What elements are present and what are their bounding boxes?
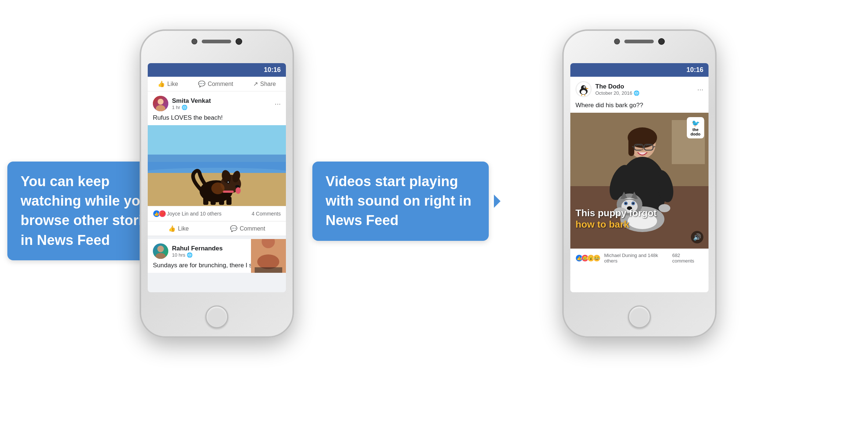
- heart-reaction-icon: ❤️: [159, 210, 166, 217]
- post-2-card: Rahul Fernandes 10 hrs 🌐 ··· Sundays are…: [148, 239, 286, 273]
- globe-icon-2: 🌐: [634, 90, 639, 96]
- phone-2-screen-inner: 10:16: [570, 63, 709, 292]
- share-icon: ↗: [253, 80, 258, 87]
- svg-rect-10: [211, 197, 216, 205]
- phone-2-speaker: [624, 40, 654, 43]
- top-comment-label: Comment: [208, 81, 233, 87]
- dodo-avatar-svg: [576, 82, 591, 97]
- post-1-comments-count: 4 Comments: [252, 211, 281, 217]
- video-comments-count: 682 comments: [672, 253, 703, 264]
- bubble-right-text: Videos start playing with sound on right…: [326, 174, 471, 228]
- phone-1-home-button[interactable]: [205, 305, 228, 328]
- scene: You can keep watching while you browse o…: [0, 0, 868, 438]
- phone-1: 10:16 👍 Like 💬 Comment ↗: [140, 29, 294, 338]
- phone-2-top: [564, 38, 715, 45]
- thumb-up-icon: 👍: [158, 80, 165, 87]
- post-1-reaction-row: 👍 ❤️ Joyce Lin and 10 others: [153, 210, 222, 217]
- phone-1-speaker: [202, 40, 231, 43]
- phone-1-front-camera: [191, 39, 197, 44]
- svg-point-21: [211, 182, 225, 194]
- post-1-reactions-bar: 👍 ❤️ Joyce Lin and 10 others 4 Comments: [148, 206, 286, 221]
- post-1-text: Rufus LOVES the beach!: [148, 114, 286, 125]
- dodo-post-date: October 20, 2016 🌐: [595, 90, 693, 96]
- phone-1-screen: 10:16 👍 Like 💬 Comment ↗: [148, 63, 286, 292]
- svg-point-1: [158, 99, 164, 105]
- dodo-more-btn[interactable]: ···: [697, 85, 703, 94]
- rahul-avatar: [153, 243, 168, 259]
- phone-2-time: 10:16: [686, 66, 703, 74]
- beach-scene-svg: [148, 125, 286, 206]
- video-reaction-icons: 👍 😢 😮 😂: [575, 254, 599, 262]
- svg-point-34: [585, 87, 586, 88]
- dog-beach-image: [148, 125, 286, 206]
- svg-point-48: [641, 148, 644, 151]
- post-1-action-bar: 👍 Like 💬 Comment: [148, 221, 286, 236]
- like-label: Like: [178, 225, 189, 232]
- post-1-comment-btn[interactable]: 💬 Comment: [230, 225, 265, 232]
- phone-1-fb-header: 10:16: [148, 63, 286, 77]
- post-1-reactions-text: Joyce Lin and 10 others: [167, 211, 222, 217]
- like-icon: 👍: [168, 225, 176, 232]
- phone-1-top-actions: 👍 Like 💬 Comment ↗ Share: [148, 77, 286, 91]
- phone-1-top: [141, 38, 293, 45]
- mini-video-thumbnail: [251, 239, 286, 273]
- phone-2-shell: 10:16: [562, 29, 717, 338]
- dodo-watermark: 🐦 thedodo: [687, 117, 704, 138]
- svg-point-62: [632, 203, 634, 204]
- dodo-post-header: The Dodo October 20, 2016 🌐 ···: [570, 77, 709, 102]
- svg-rect-20: [223, 191, 234, 193]
- video-reaction-row: 👍 😢 😮 😂 Michael Duning and 148k others: [575, 253, 672, 264]
- phone-2-screen: 10:16: [570, 63, 709, 292]
- post-2-globe-icon: 🌐: [187, 252, 193, 258]
- video-title-highlight-container: how to bark: [575, 219, 703, 230]
- svg-point-23: [157, 246, 164, 252]
- post-1-time: 1 hr 🌐: [172, 105, 271, 110]
- rahul-avatar-img: [153, 243, 168, 259]
- top-share-btn[interactable]: ↗ Share: [253, 80, 276, 87]
- smita-avatar: [153, 96, 168, 111]
- top-like-label: Like: [167, 81, 178, 87]
- video-title-text-1: This puppy forgot: [575, 207, 657, 218]
- bubble-left-text: You can keep watching while you browse o…: [21, 174, 158, 248]
- dodo-caption: Where did his bark go??: [570, 102, 709, 113]
- post-1-more-btn[interactable]: ···: [275, 99, 281, 108]
- svg-point-17: [228, 182, 229, 183]
- svg-point-27: [257, 254, 279, 269]
- top-share-label: Share: [260, 81, 276, 87]
- video-title-main: This puppy forgot: [575, 207, 703, 219]
- dodo-meta: The Dodo October 20, 2016 🌐: [595, 83, 693, 96]
- video-title-text-2: how to bark: [575, 219, 629, 230]
- phone-1-time: 10:16: [264, 66, 281, 74]
- comment-icon: 💬: [198, 80, 205, 87]
- post-1-globe-icon: 🌐: [182, 105, 187, 110]
- video-haha-icon: 😂: [593, 254, 600, 262]
- post-1-author: Smita Venkat: [172, 97, 271, 105]
- mini-video-content: [251, 239, 286, 273]
- comment-icon-2: 💬: [230, 225, 237, 232]
- top-comment-btn[interactable]: 💬 Comment: [198, 80, 233, 87]
- sound-icon[interactable]: 🔊: [691, 231, 703, 243]
- phone-2-fb-header: 10:16: [570, 63, 709, 77]
- post-1-like-btn[interactable]: 👍 Like: [168, 225, 189, 232]
- phone-2-front-camera: [614, 39, 620, 44]
- video-title-overlay: This puppy forgot how to bark: [575, 207, 703, 230]
- phone-1-shell: 10:16 👍 Like 💬 Comment ↗: [140, 29, 294, 338]
- phone-1-camera-main: [236, 38, 242, 45]
- phone-2-home-button[interactable]: [628, 305, 651, 328]
- dodo-watermark-bird-icon: 🐦: [692, 119, 700, 127]
- post-1-card: Smita Venkat 1 hr 🌐 ··· Rufus LOVES the …: [148, 91, 286, 236]
- post-2-container: Rahul Fernandes 10 hrs 🌐 ··· Sundays are…: [148, 239, 286, 276]
- svg-rect-9: [203, 197, 208, 205]
- svg-point-19: [236, 187, 241, 194]
- post-1-meta: Smita Venkat 1 hr 🌐: [172, 97, 271, 110]
- svg-rect-12: [226, 197, 232, 205]
- phone-2-camera-main: [658, 38, 665, 45]
- comment-label: Comment: [240, 225, 265, 232]
- dodo-watermark-label: thedodo: [691, 127, 700, 136]
- phone-1-screen-inner: 10:16 👍 Like 💬 Comment ↗: [148, 63, 286, 292]
- video-reactions-text: Michael Duning and 148k others: [604, 253, 672, 264]
- top-like-btn[interactable]: 👍 Like: [158, 80, 178, 87]
- dodo-video-area[interactable]: 🐦 thedodo This puppy forgot how to bark: [570, 113, 709, 249]
- post-1-time-text: 1 hr: [172, 105, 180, 110]
- post-1-reaction-icons: 👍 ❤️: [153, 210, 165, 217]
